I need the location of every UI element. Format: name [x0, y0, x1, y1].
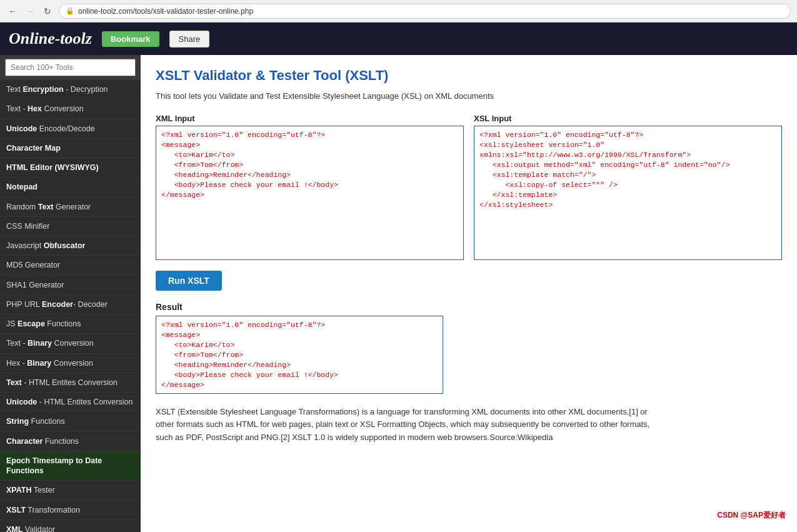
sidebar-item-text-binary[interactable]: Text - Binary Conversion: [0, 334, 141, 353]
sidebar-item-js-escape[interactable]: JS Escape Functions: [0, 314, 141, 334]
sidebar-item-unicode-encode[interactable]: Unicode Encode/Decode: [0, 119, 141, 139]
sidebar-item-string-functions[interactable]: String Functions: [0, 412, 141, 431]
xml-input-label: XML Input: [156, 114, 464, 123]
inputs-row: XML Input <?xml version="1.0" encoding="…: [156, 114, 782, 262]
sidebar-item-css-minifier[interactable]: CSS Minifier: [0, 217, 141, 236]
sidebar-item-php-url-encoder[interactable]: PHP URL Encoder- Decoder: [0, 295, 141, 314]
result-textarea[interactable]: <?xml version="1.0" encoding="utf-8"?> <…: [156, 316, 443, 394]
sidebar-item-text-encryption[interactable]: Text Encryption - Decryption: [0, 80, 141, 99]
back-button[interactable]: ←: [6, 5, 19, 18]
main-layout: Text Encryption - Decryption Text - Hex …: [0, 55, 797, 532]
run-xslt-button[interactable]: Run XSLT: [156, 271, 222, 291]
sidebar-item-text-hex[interactable]: Text - Hex Conversion: [0, 99, 141, 119]
browser-chrome: ← → ↻ 🔒 online-toolz.com/tools/xslt-vali…: [0, 0, 797, 23]
url-text: online-toolz.com/tools/xslt-validator-te…: [78, 7, 253, 16]
forward-button[interactable]: →: [24, 5, 36, 18]
sidebar-item-hex-binary[interactable]: Hex - Binary Conversion: [0, 354, 141, 373]
page-title: XSLT Validator & Tester Tool (XSLT): [156, 68, 782, 84]
sidebar-item-epoch-timestamp[interactable]: Epoch Timestamp to Date Functions: [0, 451, 141, 481]
refresh-button[interactable]: ↻: [41, 5, 54, 18]
sidebar-item-sha1-generator[interactable]: SHA1 Generator: [0, 276, 141, 295]
sidebar-item-notepad[interactable]: Notepad: [0, 178, 141, 197]
csdn-watermark: CSDN @SAP爱好者: [717, 510, 786, 521]
xsl-input[interactable]: <?xml version="1.0" encoding="utf-8"?> <…: [474, 126, 782, 260]
xsl-input-block: XSL Input <?xml version="1.0" encoding="…: [474, 114, 782, 262]
xml-input[interactable]: <?xml version="1.0" encoding="utf-8"?> <…: [156, 126, 464, 260]
lock-icon: 🔒: [66, 7, 74, 15]
address-bar: 🔒 online-toolz.com/tools/xslt-validator-…: [59, 4, 791, 19]
sidebar-item-js-obfuscator[interactable]: Javascript Obfuscator: [0, 236, 141, 256]
site-header: Online-toolz Bookmark Share: [0, 23, 797, 55]
share-button[interactable]: Share: [169, 31, 210, 48]
sidebar-item-text-html-entites[interactable]: Text - HTML Entites Conversion: [0, 373, 141, 393]
search-input[interactable]: [5, 59, 136, 76]
search-box: [0, 55, 141, 80]
main-content: XSLT Validator & Tester Tool (XSLT) This…: [141, 55, 797, 532]
xml-input-block: XML Input <?xml version="1.0" encoding="…: [156, 114, 464, 262]
page-description: This tool lets you Validate and Test Ext…: [156, 90, 782, 103]
sidebar-item-unicode-html[interactable]: Unicode - HTML Entites Conversion: [0, 393, 141, 412]
sidebar-item-md5-generator[interactable]: MD5 Generator: [0, 256, 141, 275]
bookmark-button[interactable]: Bookmark: [102, 31, 159, 47]
xsl-input-label: XSL Input: [474, 114, 782, 123]
sidebar-item-xpath-tester[interactable]: XPATH Tester: [0, 481, 141, 500]
sidebar-item-xml-validator[interactable]: XML Validator: [0, 520, 141, 532]
sidebar-item-html-editor[interactable]: HTML Editor (WYSIWYG): [0, 158, 141, 178]
sidebar-item-character-functions[interactable]: Character Functions: [0, 432, 141, 451]
result-label: Result: [156, 302, 782, 312]
sidebar-item-character-map[interactable]: Character Map: [0, 139, 141, 158]
sidebar-item-random-text[interactable]: Random Text Generator: [0, 198, 141, 217]
sidebar: Text Encryption - Decryption Text - Hex …: [0, 55, 141, 532]
site-logo: Online-toolz: [9, 29, 92, 48]
description-text: XSLT (Extensible Stylesheet Language Tra…: [156, 406, 668, 444]
sidebar-item-xslt-transformation[interactable]: XSLT Transformation: [0, 501, 141, 520]
